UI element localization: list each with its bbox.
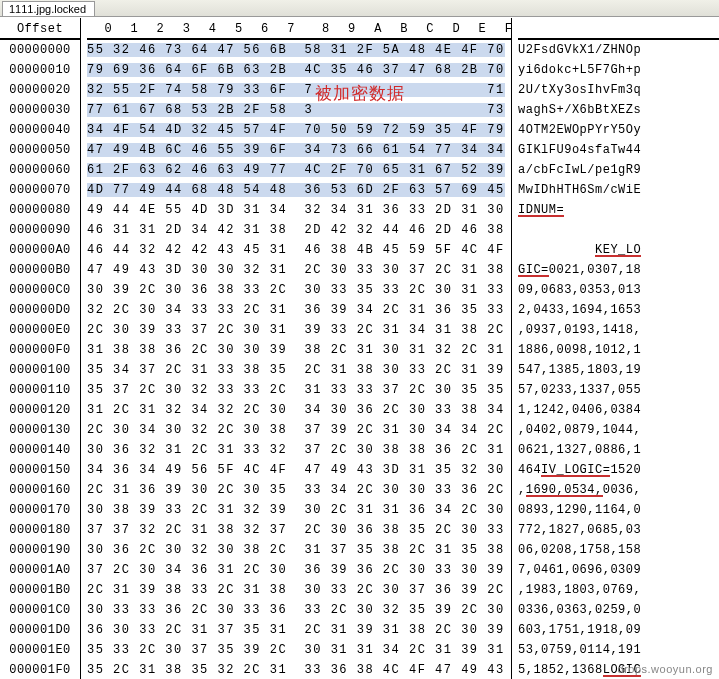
hex-cell[interactable]: 61 2F 63 62 46 63 49 77 4C 2F 70 65 31 6… — [87, 160, 511, 180]
hex-cell[interactable]: 37 37 32 2C 31 38 32 37 2C 30 36 38 35 2… — [87, 520, 511, 540]
ascii-cell[interactable]: 0336,0363,0259,0 — [518, 600, 719, 620]
hex-column: 0 1 2 3 4 5 6 7 8 9 A B C D E F55 32 46 … — [81, 18, 511, 679]
ascii-cell[interactable]: 4OTM2EWOpPYrY5Oy — [518, 120, 719, 140]
hex-cell[interactable]: 31 2C 31 32 34 32 2C 30 34 30 36 2C 30 3… — [87, 400, 511, 420]
ascii-cell[interactable]: MwIDhHTH6Sm/cWiE — [518, 180, 719, 200]
ascii-cell[interactable]: 1,1242,0406,0384 — [518, 400, 719, 420]
hex-cell[interactable]: 46 44 32 42 42 43 45 31 46 38 4B 45 59 5… — [87, 240, 511, 260]
ascii-cell[interactable]: 772,1827,0685,03 — [518, 520, 719, 540]
offset-column: Offset0000000000000010000000200000003000… — [0, 18, 80, 679]
hex-cell[interactable]: 35 33 2C 30 37 35 39 2C 30 31 31 34 2C 3… — [87, 640, 511, 660]
ascii-cell[interactable]: GIC=0021,0307,18 — [518, 260, 719, 280]
hex-cell[interactable]: 55 32 46 73 64 47 56 6B 58 31 2F 5A 48 4… — [87, 40, 511, 60]
ascii-cell[interactable]: GIKlFU9o4sfaTw44 — [518, 140, 719, 160]
watermark: drops.wooyun.org — [618, 663, 713, 675]
encrypted-data-label: 被加密数据 — [310, 84, 406, 104]
hex-cell[interactable]: 32 55 2F 74 58 79 33 6F 7 71 被加密数据 — [87, 80, 511, 100]
hex-cell[interactable]: 30 36 2C 30 32 30 38 2C 31 37 35 38 2C 3… — [87, 540, 511, 560]
hex-cell[interactable]: 31 38 38 36 2C 30 30 39 38 2C 31 30 31 3… — [87, 340, 511, 360]
ascii-cell[interactable]: 7,0461,0696,0309 — [518, 560, 719, 580]
marker-underline: GIC= — [518, 263, 549, 277]
offset-cell: 00000110 — [0, 380, 80, 400]
hex-cell[interactable]: 37 2C 30 34 36 31 2C 30 36 39 36 2C 30 3… — [87, 560, 511, 580]
file-tab[interactable]: 1111.jpg.locked — [2, 1, 95, 16]
hex-cell[interactable]: 30 36 32 31 2C 31 33 32 37 2C 30 38 38 3… — [87, 440, 511, 460]
ascii-cell[interactable]: 09,0683,0353,013 — [518, 280, 719, 300]
offset-cell: 00000060 — [0, 160, 80, 180]
hex-cell[interactable]: 47 49 4B 6C 46 55 39 6F 34 73 66 61 54 7… — [87, 140, 511, 160]
hex-cell[interactable]: 79 69 36 64 6F 6B 63 2B 4C 35 46 37 47 6… — [87, 60, 511, 80]
ascii-cell[interactable]: IDNUM= — [518, 200, 719, 220]
hex-cell[interactable]: 30 38 39 33 2C 31 32 39 30 2C 31 31 36 3… — [87, 500, 511, 520]
hex-cell[interactable]: 34 36 34 49 56 5F 4C 4F 47 49 43 3D 31 3… — [87, 460, 511, 480]
offset-cell: 00000090 — [0, 220, 80, 240]
hex-cell[interactable]: 2C 31 36 39 30 2C 30 35 33 34 2C 30 30 3… — [87, 480, 511, 500]
offset-cell: 000001E0 — [0, 640, 80, 660]
offset-cell: 00000100 — [0, 360, 80, 380]
ascii-cell[interactable]: 53,0759,0114,191 — [518, 640, 719, 660]
ascii-cell[interactable]: ,0937,0193,1418, — [518, 320, 719, 340]
ascii-cell[interactable]: a/cbFcIwL/pe1gR9 — [518, 160, 719, 180]
ascii-cell[interactable]: 0893,1290,1164,0 — [518, 500, 719, 520]
offset-cell: 00000190 — [0, 540, 80, 560]
ascii-cell[interactable]: 547,1385,1803,19 — [518, 360, 719, 380]
ascii-cell[interactable]: 2,0433,1694,1653 — [518, 300, 719, 320]
hex-cell[interactable]: 77 61 67 68 53 2B 2F 58 3 73 — [87, 100, 511, 120]
hex-cell[interactable]: 36 30 33 2C 31 37 35 31 2C 31 39 31 38 2… — [87, 620, 511, 640]
ascii-cell[interactable]: ,1983,1803,0769, — [518, 580, 719, 600]
offset-cell: 000000A0 — [0, 240, 80, 260]
offset-cell: 000000F0 — [0, 340, 80, 360]
hex-cell[interactable]: 30 39 2C 30 36 38 33 2C 30 33 35 33 2C 3… — [87, 280, 511, 300]
offset-cell: 00000170 — [0, 500, 80, 520]
marker-underline: 1690,0534, — [526, 483, 603, 497]
hex-cell[interactable]: 35 2C 31 38 35 32 2C 31 33 36 38 4C 4F 4… — [87, 660, 511, 679]
hex-cell[interactable]: 4D 77 49 44 68 48 54 48 36 53 6D 2F 63 5… — [87, 180, 511, 200]
marker-underline: IV_LOGIC= — [541, 463, 610, 477]
ascii-header — [518, 20, 719, 40]
offset-cell: 000001B0 — [0, 580, 80, 600]
offset-cell: 00000050 — [0, 140, 80, 160]
hex-cell[interactable]: 46 31 31 2D 34 42 31 38 2D 42 32 44 46 2… — [87, 220, 511, 240]
ascii-cell[interactable]: 603,1751,1918,09 — [518, 620, 719, 640]
hex-cell[interactable]: 32 2C 30 34 33 33 2C 31 36 39 34 2C 31 3… — [87, 300, 511, 320]
offset-cell: 00000030 — [0, 100, 80, 120]
ascii-cell[interactable] — [518, 220, 719, 240]
ascii-cell[interactable]: 0621,1327,0886,1 — [518, 440, 719, 460]
ascii-cell[interactable]: KEY_LO — [518, 240, 719, 260]
hex-cell[interactable]: 35 34 37 2C 31 33 38 35 2C 31 38 30 33 2… — [87, 360, 511, 380]
offset-cell: 000000C0 — [0, 280, 80, 300]
hex-cell[interactable]: 47 49 43 3D 30 30 32 31 2C 30 33 30 37 2… — [87, 260, 511, 280]
marker-underline: KEY_LO — [595, 243, 641, 257]
ascii-cell[interactable]: 2U/tXy3osIhvFm3q — [518, 80, 719, 100]
hex-cell[interactable]: 34 4F 54 4D 32 45 57 4F 70 50 59 72 59 3… — [87, 120, 511, 140]
offset-cell: 00000120 — [0, 400, 80, 420]
hex-cell[interactable]: 49 44 4E 55 4D 3D 31 34 32 34 31 36 33 2… — [87, 200, 511, 220]
ascii-cell[interactable]: ,1690,0534,0036, — [518, 480, 719, 500]
offset-cell: 000001C0 — [0, 600, 80, 620]
hex-cell[interactable]: 35 37 2C 30 32 33 33 2C 31 33 33 37 2C 3… — [87, 380, 511, 400]
offset-cell: 00000040 — [0, 120, 80, 140]
offset-cell: 000000B0 — [0, 260, 80, 280]
offset-cell: 000001A0 — [0, 560, 80, 580]
hex-cell[interactable]: 2C 30 39 33 37 2C 30 31 39 33 2C 31 34 3… — [87, 320, 511, 340]
hex-cell[interactable]: 2C 30 34 30 32 2C 30 38 37 39 2C 31 30 3… — [87, 420, 511, 440]
ascii-cell[interactable]: waghS+/X6bBtXEZs — [518, 100, 719, 120]
ascii-cell[interactable]: ,0402,0879,1044, — [518, 420, 719, 440]
hex-cell[interactable]: 2C 31 39 38 33 2C 31 38 30 33 2C 30 37 3… — [87, 580, 511, 600]
offset-cell: 00000160 — [0, 480, 80, 500]
hex-cell[interactable]: 30 33 33 36 2C 30 33 36 33 2C 30 32 35 3… — [87, 600, 511, 620]
ascii-cell[interactable]: U2FsdGVkX1/ZHNOp — [518, 40, 719, 60]
ascii-cell[interactable]: 57,0233,1337,055 — [518, 380, 719, 400]
hex-header: 0 1 2 3 4 5 6 7 8 9 A B C D E F — [87, 20, 511, 40]
hex-viewer: Offset0000000000000010000000200000003000… — [0, 18, 719, 679]
ascii-cell[interactable]: 464IV_LOGIC=1520 — [518, 460, 719, 480]
ascii-cell[interactable]: 1886,0098,1012,1 — [518, 340, 719, 360]
ascii-cell[interactable]: yi6dokc+L5F7Gh+p — [518, 60, 719, 80]
offset-cell: 000001D0 — [0, 620, 80, 640]
offset-cell: 00000150 — [0, 460, 80, 480]
offset-cell: 00000080 — [0, 200, 80, 220]
offset-cell: 00000130 — [0, 420, 80, 440]
ascii-cell[interactable]: 06,0208,1758,158 — [518, 540, 719, 560]
tab-bar: 1111.jpg.locked — [0, 0, 719, 17]
ascii-column: U2FsdGVkX1/ZHNOpyi6dokc+L5F7Gh+p2U/tXy3o… — [512, 18, 719, 679]
